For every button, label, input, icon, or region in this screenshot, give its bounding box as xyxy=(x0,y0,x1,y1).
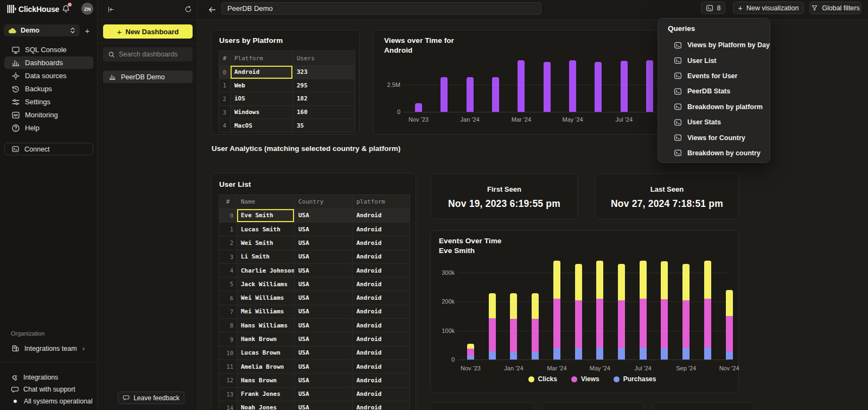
queries-menu-item[interactable]: Views for Country xyxy=(658,130,770,145)
table-cell[interactable]: 35 xyxy=(292,119,355,132)
table-row[interactable]: 3Li SmithUSAAndroid xyxy=(219,250,410,263)
organization-team[interactable]: Integrations team › xyxy=(4,342,93,355)
table-cell[interactable]: Android xyxy=(352,264,410,277)
queries-menu-item[interactable]: User Stats xyxy=(658,115,770,130)
global-filters-button[interactable]: Global filters xyxy=(809,2,861,14)
table-cell[interactable]: Frank Jones xyxy=(237,388,294,401)
table-cell[interactable]: 182 xyxy=(292,92,355,105)
table-cell[interactable]: Noah Jones xyxy=(237,401,294,410)
row-index-cell[interactable]: 3 xyxy=(219,250,237,263)
row-index-cell[interactable]: 5 xyxy=(219,277,237,291)
table-cell[interactable]: Web xyxy=(230,79,292,92)
sidebar-item-system-status[interactable]: All systems operational xyxy=(3,395,97,407)
table-cell[interactable]: USA xyxy=(294,346,352,359)
row-index-cell[interactable]: 1 xyxy=(219,79,230,92)
table-cell[interactable]: USA xyxy=(294,388,352,401)
table-cell[interactable]: USA xyxy=(294,305,352,318)
row-index-cell[interactable]: 10 xyxy=(219,346,237,359)
legend-item[interactable]: Clicks xyxy=(528,375,557,383)
table-cell[interactable]: Android xyxy=(352,209,410,222)
table-cell[interactable]: USA xyxy=(294,319,352,332)
legend-item[interactable]: Purchases xyxy=(614,375,656,383)
table-cell[interactable]: Android xyxy=(230,66,292,79)
table-cell[interactable]: Wei Williams xyxy=(237,291,294,304)
table-row[interactable]: 10Lucas BrownUSAAndroid xyxy=(219,346,410,359)
table-cell[interactable]: USA xyxy=(294,291,352,304)
new-visualization-button[interactable]: + New visualization xyxy=(733,2,804,14)
table-row[interactable]: 8Hans WilliamsUSAAndroid xyxy=(219,318,410,332)
row-index-cell[interactable]: 2 xyxy=(219,92,230,105)
row-index-cell[interactable]: 2 xyxy=(219,236,237,249)
collapse-panel-icon[interactable] xyxy=(107,6,114,13)
table-cell[interactable]: USA xyxy=(294,264,352,277)
row-index-cell[interactable]: 8 xyxy=(219,319,237,332)
table-cell[interactable]: 295 xyxy=(292,79,355,92)
queries-menu-item[interactable]: PeerDB Stats xyxy=(658,84,770,99)
table-row[interactable]: 1Web295 xyxy=(219,79,355,92)
row-index-cell[interactable]: 4 xyxy=(219,264,237,277)
table-row[interactable]: 6Wei WilliamsUSAAndroid xyxy=(219,291,410,304)
table-cell[interactable]: 160 xyxy=(292,106,355,119)
table-cell[interactable]: Hans Williams xyxy=(237,319,294,332)
row-index-cell[interactable]: 6 xyxy=(219,291,237,304)
table-cell[interactable]: Android xyxy=(352,236,410,249)
queries-menu-item[interactable]: Breakdown by country xyxy=(658,146,770,161)
dashboard-list-item[interactable]: PeerDB Demo xyxy=(103,71,193,83)
table-cell[interactable]: MacOS xyxy=(230,119,292,132)
avatar[interactable]: ZN xyxy=(81,3,93,15)
table-cell[interactable]: Android xyxy=(352,346,410,359)
table-cell[interactable]: Hans Brown xyxy=(237,374,294,387)
table-cell[interactable]: Li Smith xyxy=(237,250,294,263)
table-cell[interactable]: Hank Brown xyxy=(237,332,294,345)
table-cell[interactable]: Amelia Brown xyxy=(237,360,294,373)
row-index-cell[interactable]: 13 xyxy=(219,388,237,401)
table-cell[interactable]: Android xyxy=(352,319,410,332)
sidebar-item-backups[interactable]: Backups xyxy=(4,83,93,95)
row-index-cell[interactable]: 9 xyxy=(219,332,237,345)
table-cell[interactable]: Mei Williams xyxy=(237,305,294,318)
table-cell[interactable]: USA xyxy=(294,209,352,222)
table-row[interactable]: 4Charlie JohnsonUSAAndroid xyxy=(219,263,410,277)
queries-menu-item[interactable]: Views by Platform by Day xyxy=(658,37,770,53)
table-row[interactable]: 5Jack WilliamsUSAAndroid xyxy=(219,277,410,291)
table-cell[interactable]: Eve Smith xyxy=(237,209,294,222)
table-row[interactable]: 1Lucas SmithUSAAndroid xyxy=(219,222,410,236)
row-index-cell[interactable]: 11 xyxy=(219,360,237,373)
search-dashboards[interactable] xyxy=(103,47,193,61)
table-row[interactable]: 9Hank BrownUSAAndroid xyxy=(219,332,410,345)
row-index-cell[interactable]: 0 xyxy=(219,209,237,222)
table-cell[interactable]: Android xyxy=(352,388,410,401)
table-row[interactable]: 2iOS182 xyxy=(219,92,355,105)
table-row[interactable]: 0Android323 xyxy=(219,65,355,79)
table-cell[interactable]: Android xyxy=(352,332,410,345)
table-cell[interactable]: Android xyxy=(352,223,410,236)
table-row[interactable]: 4MacOS35 xyxy=(219,118,355,132)
search-dashboards-input[interactable] xyxy=(119,51,187,58)
table-cell[interactable]: Windows xyxy=(230,106,292,119)
table-cell[interactable]: Android xyxy=(352,291,410,304)
table-cell[interactable]: Wei Smith xyxy=(237,236,294,249)
table-cell[interactable]: USA xyxy=(294,401,352,410)
sidebar-item-monitoring[interactable]: Monitoring xyxy=(4,109,93,121)
queries-menu-item[interactable]: User List xyxy=(658,53,770,68)
table-cell[interactable]: Android xyxy=(352,277,410,291)
row-index-cell[interactable]: 14 xyxy=(219,401,237,410)
table-cell[interactable]: 323 xyxy=(292,66,355,79)
row-index-cell[interactable]: 7 xyxy=(219,305,237,318)
row-index-cell[interactable]: 12 xyxy=(219,374,237,387)
row-index-cell[interactable]: 0 xyxy=(219,66,230,79)
service-selector[interactable]: Demo xyxy=(4,24,80,36)
sidebar-item-dashboards[interactable]: Dashboards xyxy=(4,56,93,69)
add-service-button[interactable]: + xyxy=(81,24,93,36)
connect-button[interactable]: Connect xyxy=(4,143,93,155)
table-cell[interactable]: USA xyxy=(294,374,352,387)
table-cell[interactable]: USA xyxy=(294,223,352,236)
row-index-cell[interactable]: 4 xyxy=(219,119,230,132)
queries-menu-item[interactable]: Breakdown by platform xyxy=(658,99,770,115)
table-cell[interactable]: USA xyxy=(294,332,352,345)
new-dashboard-button[interactable]: + New Dashboard xyxy=(103,24,193,39)
table-row[interactable]: 2Wei SmithUSAAndroid xyxy=(219,236,410,249)
table-cell[interactable]: Lucas Smith xyxy=(237,223,294,236)
table-row[interactable]: 13Frank JonesUSAAndroid xyxy=(219,387,410,401)
table-row[interactable]: 0Eve SmithUSAAndroid xyxy=(219,209,410,222)
